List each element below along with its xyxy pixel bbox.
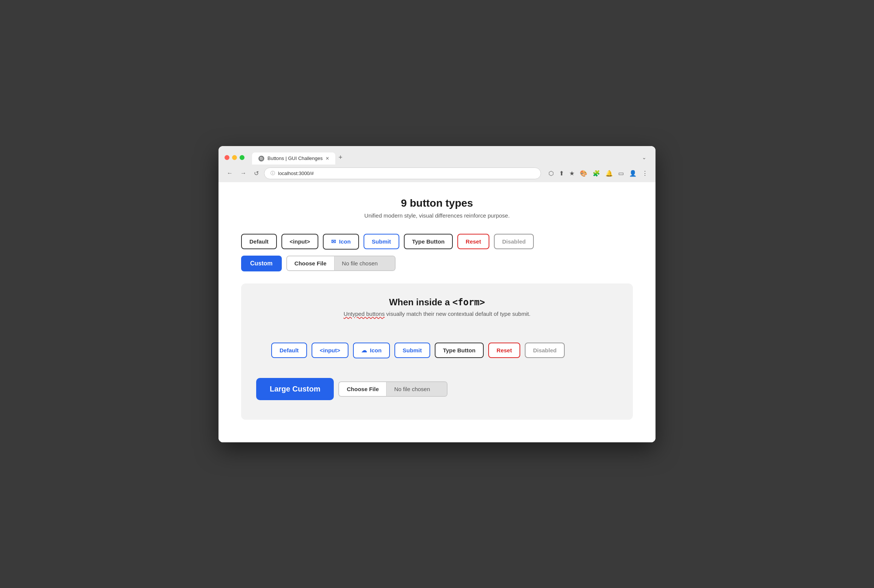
form-disabled-button: Disabled — [525, 343, 565, 358]
button-row-1: Default <input> ✉ Icon Submit Type Butto… — [241, 234, 633, 250]
profile-icon[interactable]: 👤 — [628, 168, 638, 178]
forward-button[interactable]: → — [238, 168, 249, 178]
reload-button[interactable]: ↺ — [252, 168, 261, 178]
extensions-icon[interactable]: 🧩 — [591, 168, 602, 178]
form-reset-button[interactable]: Reset — [488, 343, 520, 358]
form-file-no-chosen-label: No file chosen — [387, 382, 447, 396]
menu-icon[interactable]: ⋮ — [640, 168, 649, 178]
new-tab-button[interactable]: + — [335, 151, 345, 165]
page-title: 9 button types — [241, 197, 633, 209]
disabled-button: Disabled — [494, 234, 534, 249]
page-subtitle: Unified modern style, visual differences… — [241, 212, 633, 219]
nav-actions: ⬡ ⬆ ★ 🎨 🧩 🔔 ▭ 👤 ⋮ — [547, 168, 649, 178]
nav-bar: ← → ↺ ⓘ localhost:3000/# ⬡ ⬆ ★ 🎨 🧩 🔔 ▭ 👤… — [218, 165, 656, 182]
browser-chrome: 🔘 Buttons | GUI Challenges ✕ + ⌄ ← → ↺ ⓘ… — [218, 146, 656, 182]
type-button-button[interactable]: Type Button — [404, 234, 453, 249]
title-bar: 🔘 Buttons | GUI Challenges ✕ + ⌄ — [218, 146, 656, 165]
cloud-icon: ☁ — [361, 347, 367, 354]
external-link-icon[interactable]: ⬡ — [547, 168, 555, 178]
notification-icon[interactable]: 🔔 — [604, 168, 614, 178]
file-no-chosen-label: No file chosen — [335, 256, 395, 270]
icon-button[interactable]: ✉ Icon — [323, 234, 359, 250]
share-icon[interactable]: ⬆ — [558, 168, 565, 178]
address-bar[interactable]: ⓘ localhost:3000/# — [264, 168, 541, 179]
security-icon: ⓘ — [270, 170, 275, 177]
choose-file-button[interactable]: Choose File — [287, 256, 335, 270]
sidebar-icon[interactable]: ▭ — [617, 168, 625, 178]
input-button[interactable]: <input> — [281, 234, 318, 249]
tab-label: Buttons | GUI Challenges — [267, 155, 322, 161]
form-type-button-button[interactable]: Type Button — [435, 343, 484, 358]
traffic-light-green[interactable] — [240, 155, 244, 160]
form-icon-button[interactable]: ☁ Icon — [353, 343, 390, 358]
form-section: When inside a <form> Untyped buttons vis… — [241, 283, 633, 420]
custom-button[interactable]: Custom — [241, 256, 282, 271]
form-button-row-1: Default <input> ☁ Icon Submit Type Butto… — [256, 329, 618, 372]
address-text: localhost:3000/# — [278, 171, 314, 176]
tab-close-button[interactable]: ✕ — [325, 156, 329, 161]
form-file-input-wrapper: Choose File No file chosen — [338, 381, 448, 397]
form-code-tag: <form> — [452, 297, 485, 308]
form-button-row-2: Large Custom Choose File No file chosen — [256, 378, 618, 400]
back-button[interactable]: ← — [225, 168, 235, 178]
form-submit-button[interactable]: Submit — [394, 343, 430, 358]
traffic-light-yellow[interactable] — [232, 155, 237, 160]
submit-button[interactable]: Submit — [364, 234, 399, 249]
bookmark-icon[interactable]: ★ — [568, 168, 576, 178]
active-tab[interactable]: 🔘 Buttons | GUI Challenges ✕ — [252, 152, 335, 165]
page-header: 9 button types Unified modern style, vis… — [241, 197, 633, 219]
large-custom-button[interactable]: Large Custom — [256, 378, 334, 400]
tab-bar: 🔘 Buttons | GUI Challenges ✕ + — [252, 151, 636, 165]
tab-expand-icon: ⌄ — [639, 151, 649, 163]
form-input-button[interactable]: <input> — [312, 343, 348, 358]
untyped-buttons-label: Untyped buttons — [344, 311, 385, 317]
reset-button[interactable]: Reset — [457, 234, 489, 249]
traffic-light-red[interactable] — [225, 155, 229, 160]
section-subtitle: Untyped buttons visually match their new… — [256, 311, 618, 317]
traffic-lights — [225, 155, 244, 160]
form-choose-file-button[interactable]: Choose File — [339, 382, 387, 396]
button-row-2: Custom Choose File No file chosen — [241, 256, 633, 271]
browser-window: 🔘 Buttons | GUI Challenges ✕ + ⌄ ← → ↺ ⓘ… — [218, 146, 656, 442]
file-input-wrapper: Choose File No file chosen — [286, 256, 396, 271]
extension-color-icon[interactable]: 🎨 — [578, 168, 589, 178]
default-button[interactable]: Default — [241, 234, 277, 249]
email-icon: ✉ — [331, 238, 336, 245]
section-title: When inside a <form> — [256, 297, 618, 308]
section-header: When inside a <form> Untyped buttons vis… — [256, 297, 618, 317]
form-default-button[interactable]: Default — [271, 343, 307, 358]
tab-favicon: 🔘 — [258, 155, 264, 161]
page-content: 9 button types Unified modern style, vis… — [218, 182, 656, 442]
